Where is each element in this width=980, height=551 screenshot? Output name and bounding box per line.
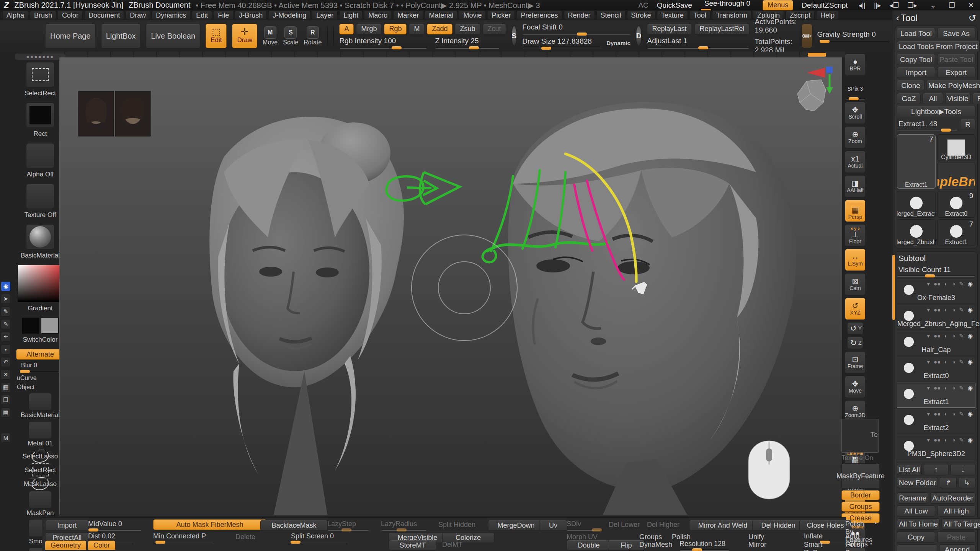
shelf-tool-button[interactable]: ↺ Y bbox=[847, 322, 863, 334]
export-button[interactable]: Export bbox=[937, 67, 975, 78]
alpha-thumbnail[interactable] bbox=[327, 26, 328, 46]
tray-handle[interactable]: ●●●●●●● bbox=[15, 54, 65, 60]
polypaint-icon[interactable]: ●● bbox=[934, 280, 941, 287]
shelf-tool-button[interactable]: ● BPR bbox=[845, 54, 866, 76]
tool-thumbnail[interactable]: 7 Extract1 bbox=[937, 219, 976, 246]
draw-size-icon[interactable]: D bbox=[636, 26, 642, 46]
smart-resym-button[interactable]: Smart ReSym bbox=[804, 541, 846, 551]
stroke-icon[interactable]: S bbox=[511, 26, 517, 46]
polyframe-icon[interactable]: ▾ bbox=[927, 411, 930, 417]
gravity-pencil-icon[interactable]: ✏ bbox=[802, 24, 812, 48]
split-screen-slider[interactable]: Split Screen 0 bbox=[291, 532, 348, 543]
scale-button[interactable]: SScale bbox=[283, 26, 298, 46]
ucurve-item[interactable]: uCurve bbox=[17, 375, 37, 381]
Hair_Cap[interactable]: ▾ ●● ◐ ◑ ✎ ◉ Hair_Cap bbox=[897, 331, 975, 356]
menu-item[interactable]: Texture bbox=[657, 11, 688, 20]
menu-item[interactable]: Light bbox=[339, 11, 363, 20]
auto-mask-fibermesh-button[interactable]: Auto Mask FiberMesh bbox=[153, 519, 266, 530]
menu-item[interactable]: Picker bbox=[487, 11, 515, 20]
menu-item[interactable]: Layer bbox=[312, 11, 338, 20]
menu-item[interactable]: Draw bbox=[126, 11, 150, 20]
draw-button[interactable]: ✛Draw bbox=[232, 24, 257, 48]
all-low-button[interactable]: All Low bbox=[897, 505, 935, 517]
quicksave-button[interactable]: QuickSave bbox=[657, 1, 692, 10]
goz-r-button[interactable]: R bbox=[972, 93, 980, 104]
del-lower-button[interactable]: Del Lower bbox=[609, 521, 640, 531]
menu-item[interactable]: Transform bbox=[712, 11, 751, 20]
menu-item[interactable]: Marker bbox=[393, 11, 423, 20]
duplicate-button[interactable]: Duplicate bbox=[897, 544, 937, 551]
contrast-icon[interactable]: ◑ bbox=[952, 306, 955, 313]
tab-geometry[interactable]: Geometry bbox=[45, 541, 86, 550]
note-icon[interactable]: ▤ bbox=[1, 408, 11, 417]
home-page-button[interactable]: Home Page bbox=[45, 24, 96, 48]
halftone-icon[interactable]: ◐ bbox=[944, 359, 948, 365]
toggle-dot-icon2[interactable]: • bbox=[870, 541, 872, 551]
import-fiber-button[interactable]: Import bbox=[45, 520, 89, 531]
rgb-button[interactable]: Rgb bbox=[384, 24, 407, 34]
move-in-button[interactable]: ↳ bbox=[959, 477, 975, 488]
move-up-button[interactable]: ↑ bbox=[924, 464, 949, 475]
sdiv-slider[interactable]: SDiv bbox=[567, 520, 601, 531]
replay-last-button[interactable]: ReplayLast bbox=[647, 24, 691, 34]
menu-item[interactable]: Document bbox=[84, 11, 124, 20]
halftone-icon[interactable]: ◐ bbox=[944, 385, 948, 391]
all-to-target-button[interactable]: All To Target bbox=[942, 518, 980, 530]
dot-icon[interactable]: • bbox=[1, 344, 11, 354]
shelf-tool-button[interactable]: ↔ L.Sym bbox=[845, 249, 866, 271]
rotate-button[interactable]: RRotate bbox=[304, 26, 322, 46]
menu-item[interactable]: Help bbox=[816, 11, 839, 20]
zsub-button[interactable]: Zsub bbox=[455, 24, 480, 34]
polyframe-icon[interactable]: ▾ bbox=[927, 385, 930, 391]
halftone-icon[interactable]: ◐ bbox=[944, 306, 948, 313]
menu-item[interactable]: Preferences bbox=[516, 11, 562, 20]
panel-toggle-icon[interactable]: ◂|| bbox=[856, 1, 868, 10]
frame-icon[interactable]: ❒ bbox=[1, 395, 11, 405]
divider-handle[interactable] bbox=[808, 53, 826, 57]
edit-pen-icon[interactable]: ✎ bbox=[959, 280, 964, 287]
switch-color-swatches[interactable] bbox=[22, 318, 59, 334]
gradient-label[interactable]: Gradient bbox=[28, 305, 52, 312]
panel-toggle-icon[interactable]: ◂❐ bbox=[887, 1, 901, 10]
move-down-button[interactable]: ↓ bbox=[951, 464, 975, 475]
restore-button[interactable]: ❐ bbox=[947, 1, 957, 10]
tool-thumbnail[interactable]: SimpleBrush bbox=[937, 163, 976, 189]
move-button[interactable]: MMove bbox=[263, 26, 278, 46]
dynamesh-label[interactable]: DynaMesh bbox=[639, 541, 672, 551]
storemt-button[interactable]: StoreMT bbox=[389, 540, 437, 551]
visible-count-slider[interactable]: Visible Count 11 bbox=[897, 265, 975, 277]
shelf-tool-button[interactable]: ↺ XYZ bbox=[845, 298, 866, 320]
shelf-tool-button[interactable]: Dynamic ▦ Persp bbox=[845, 200, 866, 222]
menu-item[interactable]: Color bbox=[58, 11, 83, 20]
switch-color-label[interactable]: SwitchColor bbox=[23, 336, 58, 344]
eye-icon[interactable]: ◉ bbox=[1, 281, 11, 291]
shelf-tool-button[interactable]: ✥ Scroll bbox=[845, 102, 866, 124]
menu-item[interactable]: J-Modeling bbox=[268, 11, 310, 20]
all-high-button[interactable]: All High bbox=[937, 505, 975, 517]
subtool-title[interactable]: Subtool bbox=[897, 254, 975, 263]
tool-thumbnail[interactable]: Merged_Extract0 bbox=[897, 191, 936, 218]
pencil2-icon[interactable]: ✎ bbox=[1, 319, 11, 329]
shelf-tool-button[interactable]: SPix 3 bbox=[845, 78, 865, 99]
paste-subtool-button[interactable]: Paste bbox=[937, 531, 975, 543]
quick-pick-item[interactable]: MaskLasso bbox=[32, 477, 49, 490]
new-folder-button[interactable]: New Folder bbox=[897, 477, 938, 488]
tool-thumbnail[interactable]: 9 Extract0 bbox=[937, 191, 976, 218]
default-zscript-button[interactable]: DefaultZScript bbox=[802, 1, 848, 10]
polish-by-groups-button[interactable]: Polish By Groups• bbox=[845, 541, 872, 551]
Extract1[interactable]: ▾ ●● ◐ ◑ ✎ ◉ Extract1 bbox=[897, 383, 975, 408]
visibility-eye-icon[interactable]: ◉ bbox=[968, 437, 973, 443]
shelf-tool-button[interactable]: ✥ Move bbox=[845, 376, 866, 398]
alpha-rect-thumb[interactable] bbox=[26, 103, 54, 128]
live-boolean-button[interactable]: Live Boolean bbox=[146, 24, 200, 48]
PM3D_Sphere3D2[interactable]: ▾ ●● ◐ ◑ ✎ ◉ PM3D_Sphere3D2 bbox=[897, 435, 975, 460]
copy-tool-button[interactable]: Copy Tool bbox=[897, 54, 935, 65]
draw-size-slider[interactable]: Draw Size 127.83828 bbox=[522, 37, 603, 49]
tool-reset-icon[interactable]: ↺ bbox=[969, 13, 976, 23]
tool-panel-collapse-icon[interactable]: ‹ bbox=[896, 13, 899, 23]
tool-item-slider[interactable]: Extract1. 48 bbox=[897, 119, 958, 131]
goz-visible-button[interactable]: Visible bbox=[945, 93, 970, 104]
stroke-selectrect-thumb[interactable] bbox=[26, 62, 54, 87]
visibility-eye-icon[interactable]: ◉ bbox=[968, 306, 973, 313]
lazystep-slider[interactable]: LazyStep bbox=[327, 520, 369, 531]
